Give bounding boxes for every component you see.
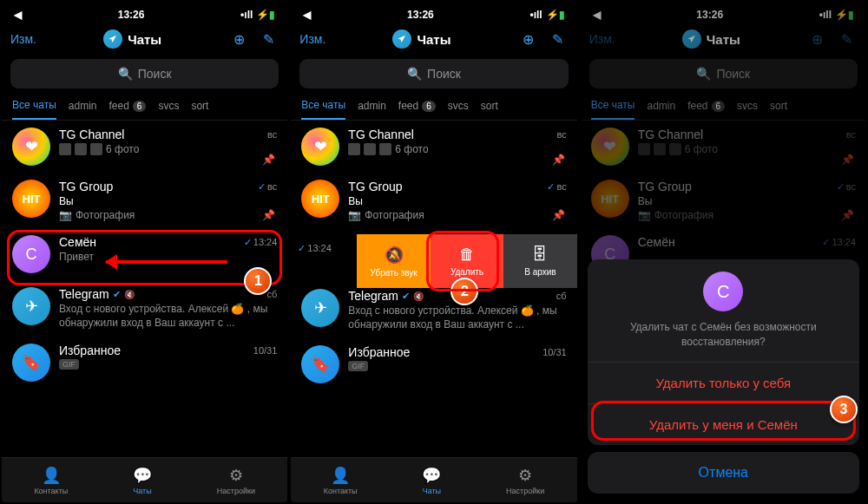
cancel-button[interactable]: Отмена xyxy=(588,452,859,494)
tab-contacts[interactable]: 👤Контакты xyxy=(34,466,68,495)
tab-chats[interactable]: 💬Чаты xyxy=(422,466,441,495)
tab-svcs[interactable]: svcs xyxy=(158,99,179,120)
settings-icon: ⚙ xyxy=(229,466,243,485)
verified-icon: ✔ xyxy=(113,289,121,300)
chat-list: ❤ TG Channelвс 6 фото 📌 HIT TG Group✓вс … xyxy=(2,121,287,389)
tab-bar: 👤Контакты 💬Чаты ⚙Настройки xyxy=(291,457,576,502)
compose-button[interactable]: ✎ xyxy=(548,29,569,49)
tab-sort[interactable]: sort xyxy=(191,99,208,120)
nav-title: Чаты xyxy=(103,29,161,49)
tab-feed[interactable]: feed6 xyxy=(108,99,146,120)
avatar: HIT xyxy=(12,180,50,218)
edit-button[interactable]: Изм. xyxy=(10,32,36,46)
gif-badge: GIF xyxy=(59,359,79,370)
tab-feed[interactable]: feed6 xyxy=(398,99,436,120)
muted-icon: 🔇 xyxy=(124,290,135,299)
feed-badge: 6 xyxy=(133,101,147,112)
tab-contacts[interactable]: 👤Контакты xyxy=(324,466,358,495)
chat-row-tggroup[interactable]: HIT TG Group✓вс Вы 📷Фотография 📌 xyxy=(2,173,287,228)
step-badge-3: 3 xyxy=(830,396,858,423)
avatar: ✈ xyxy=(12,287,50,325)
chat-row-semyon[interactable]: C Семён✓13:24 Привет xyxy=(2,228,287,280)
avatar: C xyxy=(12,235,50,273)
status-time: 13:26 xyxy=(407,9,434,21)
photo-thumb-icon xyxy=(59,143,71,155)
search-input[interactable]: 🔍 Поиск xyxy=(10,59,279,88)
telegram-logo-icon xyxy=(392,29,411,49)
tab-all-chats[interactable]: Все чаты xyxy=(12,99,56,120)
phone-screen-1: ◀ 13:26 •ıll ⚡▮ Изм. Чаты ⊕ ✎ 🔍 Поиск Вс… xyxy=(2,2,287,502)
pin-icon: 📌 xyxy=(552,154,565,166)
tab-admin[interactable]: admin xyxy=(358,99,386,120)
pin-icon: 📌 xyxy=(262,209,275,221)
avatar: ❤ xyxy=(12,128,50,166)
tab-chats[interactable]: 💬Чаты xyxy=(133,466,152,495)
chat-row-tggroup[interactable]: HIT TG Group✓всВы📷Фотография 📌 xyxy=(291,173,576,228)
back-nav-icon: ◀ xyxy=(303,9,311,21)
swipe-mute-button[interactable]: 🔕Убрать звук xyxy=(357,234,430,288)
phone-screen-3: ◀ 13:26 •ıll⚡▮ Изм. Чаты ⊕✎ 🔍Поиск Все ч… xyxy=(581,2,866,502)
chats-icon: 💬 xyxy=(133,466,152,485)
tab-settings[interactable]: ⚙Настройки xyxy=(506,466,544,495)
chat-row-tgchannel[interactable]: ❤ TG Channelвс 6 фото 📌 xyxy=(2,121,287,173)
chat-row-favorites[interactable]: 🔖 Избранное10/31GIF xyxy=(291,338,576,390)
swipe-arrow-icon xyxy=(106,260,227,264)
nav-bar: Изм. Чаты ⊕✎ xyxy=(291,23,576,56)
status-time: 13:26 xyxy=(118,9,145,21)
compose-button[interactable]: ✎ xyxy=(258,29,279,49)
back-nav-icon: ◀ xyxy=(14,9,22,21)
search-icon: 🔍 xyxy=(118,67,133,81)
chat-row-favorites[interactable]: 🔖 Избранное10/31 GIF xyxy=(2,337,287,389)
chat-row-tgchannel[interactable]: ❤ TG Channelвс6 фото 📌 xyxy=(291,121,576,173)
delete-both-button[interactable]: Удалить у меня и Семён xyxy=(588,403,859,445)
status-bar: ◀ 13:26 •ıll ⚡▮ xyxy=(2,2,287,23)
edit-button[interactable]: Изм. xyxy=(299,32,326,46)
new-chat-button[interactable]: ⊕ xyxy=(228,29,249,49)
avatar: 🔖 xyxy=(12,344,50,382)
trash-icon: 🗑 xyxy=(459,245,475,264)
archive-icon: 🗄 xyxy=(532,245,548,264)
sheet-avatar: C xyxy=(703,272,743,311)
tab-sort[interactable]: sort xyxy=(481,99,498,120)
swipe-archive-button[interactable]: 🗄В архив xyxy=(503,234,576,288)
status-bar: ◀ 13:26 •ıll⚡▮ xyxy=(291,2,576,23)
pin-icon: 📌 xyxy=(552,209,565,221)
search-input[interactable]: 🔍Поиск xyxy=(299,59,568,88)
tab-all-chats[interactable]: Все чаты xyxy=(301,99,345,120)
tab-bar: 👤Контакты 💬Чаты ⚙Настройки xyxy=(2,457,287,502)
action-sheet: C Удалить чат с Семён без возможности во… xyxy=(588,259,859,494)
phone-screen-2: ◀ 13:26 •ıll⚡▮ Изм. Чаты ⊕✎ 🔍Поиск Все ч… xyxy=(291,2,576,502)
chat-folder-tabs: Все чаты admin feed6 svcs sort xyxy=(2,94,287,121)
tab-svcs[interactable]: svcs xyxy=(448,99,469,120)
pin-icon: 📌 xyxy=(262,154,275,166)
mute-icon: 🔕 xyxy=(385,245,404,265)
sheet-message: Удалить чат с Семён без возможности восс… xyxy=(603,320,844,350)
swipe-actions-row: ✓13:24 🔕Убрать звук 🗑Удалить 🗄В архив xyxy=(291,234,576,288)
signal-icon: •ıll xyxy=(240,9,253,21)
contacts-icon: 👤 xyxy=(42,466,61,485)
tab-admin[interactable]: admin xyxy=(69,99,97,120)
tab-settings[interactable]: ⚙Настройки xyxy=(217,466,255,495)
delete-self-only-button[interactable]: Удалить только у себя xyxy=(588,362,859,403)
nav-bar: Изм. Чаты ⊕ ✎ xyxy=(2,23,287,56)
chat-row-telegram[interactable]: ✈ Telegram✔🔇сбВход с нового устройства. … xyxy=(291,282,576,338)
chat-row-telegram[interactable]: ✈ Telegram✔🔇сб Вход с нового устройства.… xyxy=(2,280,287,337)
telegram-logo-icon xyxy=(103,29,122,49)
search-icon: 🔍 xyxy=(407,67,422,81)
new-chat-button[interactable]: ⊕ xyxy=(518,29,539,49)
battery-icon: ⚡▮ xyxy=(256,9,275,21)
